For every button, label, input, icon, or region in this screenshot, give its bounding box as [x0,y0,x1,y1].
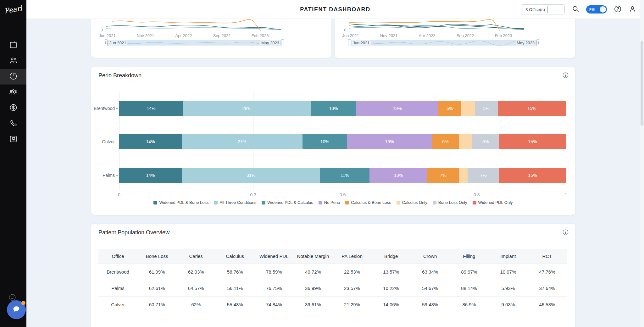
bar-segment[interactable] [461,101,475,116]
category-label: Culver [102,139,118,144]
patients-icon [9,56,18,66]
range-start-label: Jun 2021 [352,41,371,45]
value-cell: 5.93% [489,280,528,297]
slider-handle-left[interactable] [105,39,108,46]
notification-dot [21,301,25,305]
office-chip[interactable]: 3 Office(s) [523,6,548,13]
table-body: Brentwood61.99%62.03%56.76%78.59%40.72%2… [98,264,567,313]
phi-toggle[interactable]: PHI [586,5,607,14]
value-cell: 56.76% [215,264,254,280]
y-axis-zero-label: 0 [344,28,346,32]
bar-segment[interactable]: 15% [499,168,566,183]
office-selector[interactable]: 3 Office(s) [521,4,565,14]
sidebar-item-calendar[interactable] [0,37,26,53]
bar-segment[interactable]: 5% [475,101,498,116]
bar-segment[interactable]: 27% [182,134,303,149]
value-cell: 55.48% [215,297,254,313]
table-row: Culver60.71%62%55.48%74.84%39.61%21.29%1… [98,297,567,313]
search-icon [572,5,580,14]
table-header-cell: RCT [528,249,567,264]
bar-segment[interactable]: 7% [427,168,458,183]
info-button[interactable] [562,72,569,79]
legend-swatch [433,201,436,204]
slider-handle-left[interactable] [348,39,351,46]
table-header-cell: Widened PDL [254,249,293,264]
x-axis-tick-label: Feb 2023 [252,33,269,38]
search-button[interactable] [571,5,580,14]
sidebar-item-patients[interactable] [0,53,26,69]
bar-segment[interactable]: 13% [369,168,428,183]
bar-segment[interactable]: 14% [119,101,183,116]
scrollbar-thumb[interactable] [641,41,643,126]
sidebar-item-calls[interactable] [0,116,26,132]
sidebar-item-billing[interactable] [0,100,26,116]
bar-segment[interactable]: 6% [432,134,459,149]
table-header-row: OfficeBone LossCariesCalculusWidened PDL… [98,249,567,264]
table-row: Brentwood61.99%62.03%56.76%78.59%40.72%2… [98,264,567,280]
x-axis-line [106,31,283,31]
value-cell: 10.07% [489,264,528,280]
scrollbar-track[interactable] [640,0,644,327]
bar-segment[interactable] [459,168,468,183]
info-icon [562,74,569,79]
table-header-cell: Bridge [372,249,411,264]
bar-segment[interactable] [459,134,472,149]
value-cell: 37.64% [528,280,567,297]
bar-segment[interactable]: 14% [119,134,182,149]
bar-segment[interactable]: 10% [311,101,356,116]
legend-item[interactable]: Calculus Only [397,200,427,205]
bar-segment[interactable]: 28% [183,101,311,116]
date-range-slider[interactable]: Jun 2021 May 2023 [106,40,283,46]
bar-segment[interactable]: 19% [347,134,432,149]
header-controls: 3 Office(s) PHI [521,0,636,19]
pearl-logo: Pearl [0,0,27,19]
bar-segment[interactable]: 18% [356,101,438,116]
value-cell: 86.9% [450,297,489,313]
date-range-slider[interactable]: Jun 2021 May 2023 [349,40,538,46]
sidebar-item-analytics[interactable] [0,69,26,84]
legend-item[interactable]: No Perio [319,200,340,205]
sidebar: Pearl [0,0,26,327]
profile-button[interactable] [628,5,636,14]
y-axis-zero-label: 0 [101,28,103,32]
legend-item[interactable]: Bone Loss Only [433,200,467,205]
info-button[interactable] [562,229,569,236]
bar-segment[interactable]: 15% [498,101,566,116]
slider-handle-right[interactable] [281,39,284,46]
legend-item[interactable]: Widened PDL & Bone Loss [153,200,208,205]
bar-segment[interactable]: 10% [303,134,347,149]
legend-item[interactable]: Widened PDL & Calculus [262,200,313,205]
table-header-cell: Notable Margin [293,249,332,264]
legend-label: All Three Conditions [219,200,256,205]
bar-segment[interactable]: 14% [119,168,182,183]
sidebar-item-team[interactable] [0,84,26,100]
legend-item[interactable]: All Three Conditions [214,200,256,205]
bar-segment[interactable]: 7% [468,168,499,183]
help-button[interactable] [613,5,622,14]
legend-label: Widened PDL Only [478,200,513,205]
legend-item[interactable]: Calculus & Bone Loss [345,200,391,205]
bar-segment[interactable]: 15% [499,134,566,149]
legend-label: No Perio [324,200,340,205]
bar-segment[interactable]: 5% [438,101,461,116]
value-cell: 89.97% [450,264,489,280]
value-cell: 46.58% [528,297,567,313]
value-cell: 62.61% [137,280,176,297]
sidebar-item-imaging[interactable] [0,132,26,147]
x-axis-tick-label: Nov 2021 [137,33,154,38]
chat-launcher-button[interactable] [7,300,26,319]
value-cell: 76.75% [254,280,293,297]
team-icon [9,88,18,97]
bar-segment[interactable]: 11% [320,168,369,183]
bar-segment[interactable]: 31% [182,168,320,183]
slider-handle-right[interactable] [536,39,539,46]
legend-swatch [345,201,349,204]
perio-bar-row: Palms14%31%11%13%7%7%15% [119,168,566,183]
legend-item[interactable]: Widened PDL Only [473,200,513,205]
range-end-label: May 2023 [516,41,536,45]
bar-segment[interactable]: 6% [472,134,499,149]
value-cell: 63.34% [411,264,450,280]
table-header-cell: Crown [411,249,450,264]
patient-population-card: Patient Population Overview OfficeBone L… [91,224,575,327]
legend-swatch [214,201,218,204]
